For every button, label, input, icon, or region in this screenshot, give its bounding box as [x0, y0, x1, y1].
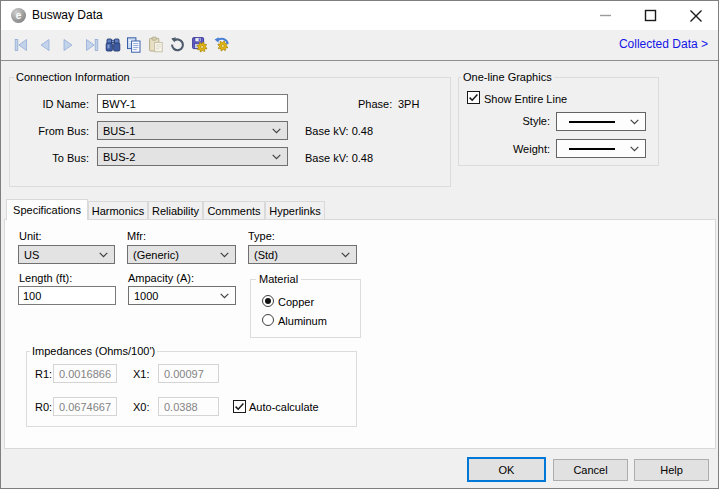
- phase-value: 3PH: [398, 98, 419, 110]
- tab-specifications[interactable]: Specifications: [6, 199, 88, 220]
- from-basekv-value: 0.48: [352, 125, 373, 137]
- copper-label: Copper: [278, 296, 314, 308]
- one-line-graphics-label: One-line Graphics: [461, 71, 554, 83]
- maximize-button[interactable]: [628, 1, 673, 30]
- x0-label: X0:: [133, 401, 150, 413]
- close-button[interactable]: [673, 1, 718, 30]
- to-basekv-label: Base kV: 0.48: [305, 152, 373, 164]
- title-bar: e Busway Data: [1, 1, 718, 30]
- nav-next-icon[interactable]: [58, 35, 78, 55]
- from-basekv-label: Base kV: 0.48: [305, 125, 373, 137]
- aluminum-label: Aluminum: [278, 315, 327, 327]
- chevron-down-icon: [630, 119, 639, 125]
- minimize-button[interactable]: [583, 1, 628, 30]
- radio-dot: [265, 298, 271, 304]
- chevron-down-icon: [630, 146, 639, 152]
- impedances-label: Impedances (Ohms/100'): [30, 345, 157, 357]
- chevron-down-icon: [272, 154, 281, 160]
- undo-icon[interactable]: [168, 35, 188, 55]
- ampacity-value: 1000: [134, 287, 158, 304]
- tab-reliability[interactable]: Reliability: [148, 201, 203, 219]
- auto-calculate-label: Auto-calculate: [249, 401, 319, 413]
- material-group: [250, 279, 361, 338]
- id-name-label: ID Name:: [9, 98, 89, 110]
- type-label: Type:: [248, 230, 275, 242]
- nav-first-icon[interactable]: [11, 35, 31, 55]
- solid-line-swatch: [569, 148, 615, 150]
- material-label: Material: [256, 273, 301, 285]
- solid-line-swatch: [569, 121, 615, 123]
- x1-label: X1:: [133, 368, 150, 380]
- length-label: Length (ft):: [19, 272, 72, 284]
- unit-combobox[interactable]: US: [18, 245, 115, 264]
- x1-input[interactable]: 0.00097: [158, 364, 219, 383]
- collected-data-link[interactable]: Collected Data >: [619, 37, 708, 51]
- chevron-down-icon: [220, 252, 229, 258]
- save-defaults-icon[interactable]: [190, 35, 210, 55]
- connection-information-label: Connection Information: [14, 71, 132, 83]
- to-bus-combobox[interactable]: BUS-2: [97, 147, 288, 166]
- style-label: Style:: [470, 115, 550, 127]
- tab-hyperlinks[interactable]: Hyperlinks: [265, 201, 325, 219]
- ampacity-label: Ampacity (A):: [128, 272, 194, 284]
- weight-label: Weight:: [470, 143, 550, 155]
- unit-label: Unit:: [19, 230, 42, 242]
- x0-input[interactable]: 0.0388: [158, 397, 219, 416]
- to-bus-label: To Bus:: [9, 152, 89, 164]
- from-bus-label: From Bus:: [9, 125, 89, 137]
- app-logo-icon: e: [11, 8, 26, 23]
- cancel-button[interactable]: Cancel: [553, 459, 628, 481]
- type-combobox[interactable]: (Std): [248, 245, 357, 264]
- show-entire-line-label: Show Entire Line: [484, 93, 567, 105]
- r0-input[interactable]: 0.0674667: [53, 397, 117, 416]
- r1-label: R1:: [35, 368, 52, 380]
- weight-combobox[interactable]: [556, 139, 646, 158]
- find-icon[interactable]: [103, 35, 123, 55]
- show-entire-line-checkbox[interactable]: [467, 91, 480, 104]
- mfr-label: Mfr:: [127, 230, 146, 242]
- window-title: Busway Data: [32, 1, 103, 30]
- tab-harmonics[interactable]: Harmonics: [88, 201, 148, 219]
- busway-data-dialog: e Busway Data: [0, 0, 719, 489]
- toolbar: Collected Data >: [1, 30, 718, 61]
- ampacity-combobox[interactable]: 1000: [128, 286, 236, 305]
- to-basekv-value: 0.48: [352, 152, 373, 164]
- copy-icon[interactable]: [124, 35, 144, 55]
- id-name-input[interactable]: [97, 94, 288, 113]
- mfr-combobox[interactable]: (Generic): [127, 245, 236, 264]
- r1-input[interactable]: 0.0016866: [53, 364, 117, 383]
- help-button[interactable]: Help: [634, 459, 709, 481]
- reset-defaults-icon[interactable]: [212, 35, 232, 55]
- chevron-down-icon: [272, 128, 281, 134]
- chevron-down-icon: [341, 252, 350, 258]
- style-combobox[interactable]: [556, 112, 646, 131]
- aluminum-radio[interactable]: [262, 314, 274, 326]
- mfr-value: (Generic): [133, 246, 179, 263]
- chevron-down-icon: [99, 252, 108, 258]
- paste-icon[interactable]: [146, 35, 166, 55]
- type-value: (Std): [254, 246, 278, 263]
- unit-value: US: [24, 246, 39, 263]
- copper-radio[interactable]: [262, 295, 274, 307]
- to-bus-value: BUS-2: [103, 148, 135, 165]
- phase-label: Phase:: [358, 98, 392, 110]
- length-input[interactable]: [18, 286, 116, 305]
- nav-previous-icon[interactable]: [35, 35, 55, 55]
- r0-label: R0:: [35, 401, 52, 413]
- ok-button[interactable]: OK: [467, 457, 546, 482]
- nav-last-icon[interactable]: [82, 35, 102, 55]
- auto-calculate-checkbox[interactable]: [233, 400, 246, 413]
- tab-comments[interactable]: Comments: [203, 201, 265, 219]
- from-bus-value: BUS-1: [103, 122, 135, 139]
- chevron-down-icon: [220, 293, 229, 299]
- from-bus-combobox[interactable]: BUS-1: [97, 121, 288, 140]
